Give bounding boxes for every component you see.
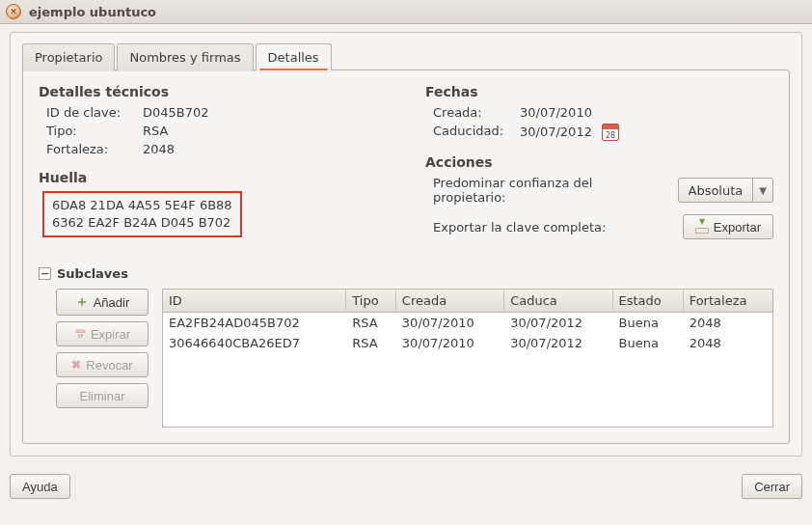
subkey-add-button[interactable]: ＋ Añadir	[56, 289, 149, 316]
col-id[interactable]: ID	[163, 290, 346, 313]
type-label: Tipo:	[46, 124, 143, 138]
export-button-label: Exportar	[714, 220, 761, 235]
fingerprint-line2: 6362 EA2F B24A D045 B702	[52, 214, 232, 232]
tech-heading: Detalles técnicos	[39, 84, 387, 99]
cell-expires: 30/07/2012	[504, 313, 612, 334]
cell-state: Buena	[612, 313, 683, 334]
tab-details[interactable]: Detalles	[256, 43, 332, 71]
calendar-mini-icon: 📅	[74, 329, 86, 340]
cell-id: EA2FB24AD045B702	[163, 313, 346, 334]
cell-strength: 2048	[683, 313, 771, 334]
fingerprint-line1: 6DA8 21DA 4A55 5E4F 6B88	[52, 197, 232, 214]
cell-expires: 30/07/2012	[504, 333, 612, 353]
help-button[interactable]: Ayuda	[10, 474, 70, 499]
export-button[interactable]: Exportar	[683, 214, 773, 239]
calendar-icon[interactable]	[602, 124, 619, 141]
subkey-expire-button[interactable]: 📅 Expirar	[56, 321, 149, 346]
expires-label: Caducidad:	[433, 124, 520, 141]
created-value: 30/07/2010	[520, 105, 773, 120]
cell-type: RSA	[346, 333, 396, 353]
close-icon[interactable]: ✕	[6, 4, 21, 19]
dialog-action-bar: Ayuda Cerrar	[0, 466, 812, 509]
col-state[interactable]: Estado	[612, 290, 683, 313]
dates-heading: Fechas	[425, 84, 773, 99]
cell-created: 30/07/2010	[395, 313, 503, 334]
col-strength[interactable]: Fortaleza	[683, 290, 771, 313]
expires-value: 30/07/2012	[520, 124, 592, 139]
trust-label: Predominar confianza del propietario:	[433, 176, 668, 205]
dialog-inner: Propietario Nombres y firmas Detalles De…	[10, 32, 802, 456]
key-id-label: ID de clave:	[46, 105, 143, 120]
table-row[interactable]: EA2FB24AD045B702RSA30/07/201030/07/2012B…	[163, 313, 772, 334]
cell-state: Buena	[612, 333, 683, 353]
strength-label: Fortaleza:	[46, 142, 143, 156]
dialog-body: Propietario Nombres y firmas Detalles De…	[0, 24, 812, 466]
subkeys-expander[interactable]: −	[39, 267, 51, 280]
trust-select[interactable]: Absoluta ▼	[678, 178, 774, 203]
subkey-revoke-label: Revocar	[86, 358, 132, 373]
actions-heading: Acciones	[425, 154, 773, 170]
fingerprint-heading: Huella	[39, 170, 387, 185]
window-title: ejemplo ubuntuco	[29, 5, 156, 19]
subkeys-heading: Subclaves	[57, 266, 128, 281]
cell-strength: 2048	[683, 333, 771, 353]
type-value: RSA	[143, 124, 387, 138]
subkey-delete-label: Eliminar	[80, 389, 125, 403]
subkey-delete-button[interactable]: Eliminar	[56, 383, 149, 408]
subkey-revoke-button[interactable]: ✖ Revocar	[56, 352, 149, 377]
col-type[interactable]: Tipo	[346, 290, 396, 313]
created-label: Creada:	[433, 105, 520, 120]
strength-value: 2048	[143, 142, 387, 156]
cell-created: 30/07/2010	[395, 333, 503, 353]
subkey-expire-label: Expirar	[91, 327, 130, 342]
col-created[interactable]: Creada	[395, 290, 503, 313]
table-row[interactable]: 30646640CBA26ED7RSA30/07/201030/07/2012B…	[163, 333, 772, 353]
cell-type: RSA	[346, 313, 396, 334]
subkeys-table[interactable]: ID Tipo Creada Caduca Estado Fortaleza E…	[162, 289, 773, 428]
titlebar: ✕ ejemplo ubuntuco	[0, 0, 812, 24]
tab-bar: Propietario Nombres y firmas Detalles	[22, 42, 790, 70]
chevron-down-icon: ▼	[752, 179, 772, 202]
close-button[interactable]: Cerrar	[742, 474, 802, 499]
export-label: Exportar la clave completa:	[433, 220, 673, 235]
export-icon	[695, 220, 709, 234]
tab-owner[interactable]: Propietario	[22, 43, 115, 71]
expires-row: 30/07/2012	[520, 124, 773, 141]
trust-select-value: Absoluta	[679, 179, 753, 202]
plus-icon: ＋	[75, 293, 89, 311]
col-expires[interactable]: Caduca	[504, 290, 612, 313]
subkey-add-label: Añadir	[94, 295, 130, 310]
x-icon: ✖	[71, 358, 81, 372]
cell-id: 30646640CBA26ED7	[163, 333, 346, 353]
fingerprint-box: 6DA8 21DA 4A55 5E4F 6B88 6362 EA2F B24A …	[42, 191, 242, 237]
tab-panel-details: Detalles técnicos ID de clave: D045B702 …	[22, 69, 790, 444]
tab-names[interactable]: Nombres y firmas	[117, 43, 253, 71]
key-id-value: D045B702	[143, 105, 387, 120]
